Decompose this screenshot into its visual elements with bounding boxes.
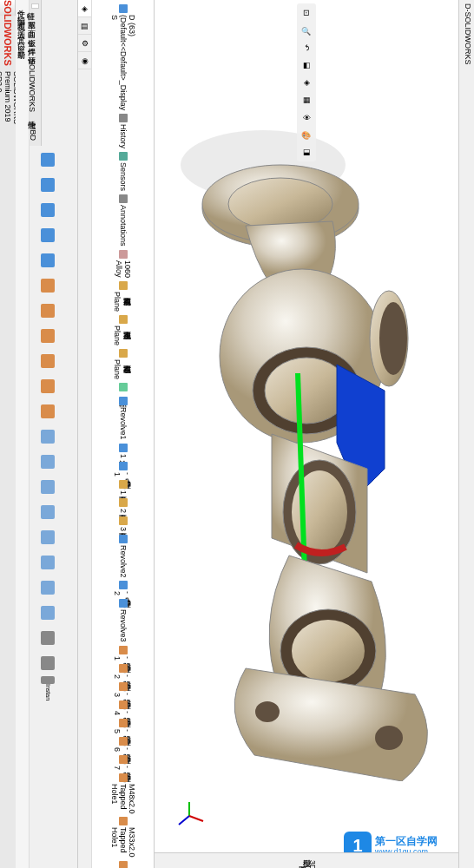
tool-9[interactable]: 放样切除 xyxy=(31,374,64,398)
tool-16[interactable]: 包覆 xyxy=(31,550,64,575)
title-bar: SOLIDWORKS SOLIDWORKS Premium 2019 SP3.0 xyxy=(0,0,16,16)
display-style-icon[interactable]: ▦ xyxy=(299,92,314,108)
tree-item[interactable]: 切除-拉伸6 xyxy=(95,736,150,753)
watermark-title: 第一区自学网 xyxy=(375,835,438,847)
tab-property-icon[interactable]: ▤ xyxy=(78,17,91,35)
tree-item[interactable]: 右视基准面 Plane xyxy=(95,348,150,380)
tool-12[interactable]: 线性阵列 xyxy=(31,450,64,474)
tool-1[interactable]: 旋转凸台 xyxy=(31,173,64,197)
tab-display-icon[interactable]: ◉ xyxy=(78,52,91,69)
tool-11[interactable]: 圆角 xyxy=(31,424,64,449)
bottom-tabs: 模型 3D 视图 Motion Study 1 自定义 单位 MMGS xyxy=(155,852,458,868)
tool-14[interactable]: 拔模 xyxy=(31,500,64,524)
tree-item[interactable]: 凸台-拉伸1 xyxy=(95,461,150,477)
model-render xyxy=(168,87,445,781)
tab-addins[interactable]: SOLIDWORKS 插件 xyxy=(31,57,39,116)
tool-7[interactable]: 异型孔向导 xyxy=(31,324,64,348)
svg-point-6 xyxy=(379,302,407,375)
tool-10[interactable]: 边界切除 xyxy=(31,399,64,424)
feature-manager: ◈ ▤ ⚙ ◉ D (63) (Default<<Default>_Displa… xyxy=(78,0,155,868)
tool-2[interactable]: 扫描 xyxy=(31,198,64,222)
menu-bar: 文件 编辑 视图 插入 工具 窗口 帮助 xyxy=(16,0,30,868)
tree-item[interactable]: 切除-拉伸1 xyxy=(95,645,150,661)
tree-item[interactable]: 基准面1 xyxy=(95,479,150,496)
tab-weldments[interactable]: 焊件 xyxy=(31,40,39,43)
tool-20[interactable]: 曲线 xyxy=(31,651,64,675)
tree-item[interactable]: 切除-拉伸5 xyxy=(95,718,150,734)
tree-item[interactable]: 基准面3 xyxy=(95,516,150,532)
tree-item[interactable]: M33x2.0 Tapped Hole1 xyxy=(95,816,150,858)
tree-root[interactable]: D (63) (Default<<Default>_Display S xyxy=(95,3,150,111)
tree-item[interactable]: 切除-拉伸3 xyxy=(95,681,150,698)
svg-point-14 xyxy=(375,726,403,750)
hide-show-icon[interactable]: 👁 xyxy=(299,109,314,125)
tool-18[interactable]: 镜向 xyxy=(31,601,64,625)
tree-item[interactable]: Revolve3 xyxy=(95,598,150,643)
tool-17[interactable]: 相交 xyxy=(31,575,64,600)
view-triad[interactable] xyxy=(172,799,207,833)
tool-15[interactable]: 抽壳 xyxy=(31,525,64,549)
graphics-viewport[interactable]: ⊡ 🔍 ↶ ◧ ◈ ▦ 👁 🎨 ⬓ 1 第一区自学网 www.d1qu.com xyxy=(155,0,458,868)
tab-features[interactable]: 特征 xyxy=(31,3,39,9)
tree-item[interactable]: Sensors xyxy=(95,151,150,192)
tool-19[interactable]: 参考几何体 xyxy=(31,626,64,650)
tree-item[interactable]: 原点 xyxy=(95,382,150,394)
feature-tree[interactable]: D (63) (Default<<Default>_Display S Hist… xyxy=(92,0,154,868)
tab-config-icon[interactable]: ⚙ xyxy=(78,35,91,52)
tab-tree-icon[interactable]: ◈ xyxy=(78,0,91,17)
tree-item[interactable]: M48x2.0 Tapped Hole1 xyxy=(95,773,150,815)
tree-item[interactable]: M48x2.0 Tapped Hole2 xyxy=(95,860,150,868)
edit-appearance-icon[interactable]: 🎨 xyxy=(299,127,314,142)
tool-4[interactable]: 边界凸台 xyxy=(31,248,64,273)
heads-up-toolbar: ⊡ 🔍 ↶ ◧ ◈ ▦ 👁 🎨 ⬓ xyxy=(297,3,316,161)
tab-sketch[interactable]: 草图 xyxy=(31,14,39,17)
view-orientation-icon[interactable]: ◈ xyxy=(299,75,314,90)
tree-item[interactable]: 上视基准面 Plane xyxy=(95,314,150,346)
svg-point-13 xyxy=(292,620,365,682)
apply-scene-icon[interactable]: ⬓ xyxy=(299,144,314,160)
tree-item[interactable]: 凸台-拉伸2 xyxy=(95,580,150,596)
tool-0[interactable]: 拉伸凸台 xyxy=(31,148,64,172)
ribbon-tools: 拉伸凸台旋转凸台扫描放样凸台边界凸台拉伸切除旋转切除异型孔向导扫描切除放样切除边… xyxy=(30,146,77,868)
svg-line-17 xyxy=(189,816,203,821)
tool-21[interactable]: Instant3D xyxy=(31,676,64,700)
tree-item[interactable]: 1060 Alloy xyxy=(95,249,150,279)
tool-8[interactable]: 扫描切除 xyxy=(31,349,64,373)
ribbon-tabs: 特征 草图 曲面 钣金 焊件 评估 SOLIDWORKS 插件 MBD xyxy=(30,0,42,146)
app-logo: SOLIDWORKS xyxy=(3,0,13,66)
task-pane-label[interactable]: D-SOLIDWORKS xyxy=(461,3,472,65)
tree-item[interactable]: 基准面2 xyxy=(95,497,150,514)
tree-item[interactable]: History xyxy=(95,113,150,149)
svg-point-15 xyxy=(255,701,280,722)
tab-surface[interactable]: 曲面 xyxy=(31,23,39,26)
tab-3dview[interactable]: 3D 视图 xyxy=(297,860,317,868)
zoom-area-icon[interactable]: 🔍 xyxy=(299,23,314,38)
tree-item[interactable]: 切除-拉伸4 xyxy=(95,700,150,716)
tool-5[interactable]: 拉伸切除 xyxy=(31,273,64,298)
tree-item[interactable]: Annotations xyxy=(95,194,150,247)
section-view-icon[interactable]: ◧ xyxy=(299,57,314,73)
ribbon: 特征 草图 曲面 钣金 焊件 评估 SOLIDWORKS 插件 MBD 拉伸凸台… xyxy=(30,0,78,868)
tool-6[interactable]: 旋转切除 xyxy=(31,299,64,323)
tab-evaluate[interactable]: 评估 xyxy=(31,49,39,52)
tree-item[interactable]: 旋转1 xyxy=(95,443,150,459)
tab-sheetmetal[interactable]: 钣金 xyxy=(31,31,39,35)
zoom-fit-icon[interactable]: ⊡ xyxy=(299,5,314,21)
tree-item[interactable]: 切除-拉伸2 xyxy=(95,663,150,680)
task-pane: D-SOLIDWORKS xyxy=(458,0,474,868)
tree-item[interactable]: Revolve1 xyxy=(95,396,150,441)
feature-tabs: ◈ ▤ ⚙ ◉ xyxy=(78,0,92,868)
tree-item[interactable]: 切除-拉伸7 xyxy=(95,754,150,771)
tool-3[interactable]: 放样凸台 xyxy=(31,223,64,247)
previous-view-icon[interactable]: ↶ xyxy=(299,40,314,56)
svg-point-8 xyxy=(265,358,348,424)
tool-13[interactable]: 筋 xyxy=(31,475,64,499)
tree-item[interactable]: 前视基准面 Plane xyxy=(95,280,150,312)
tree-item[interactable]: Revolve2 xyxy=(95,534,150,579)
svg-line-18 xyxy=(179,816,189,825)
tab-mbd[interactable]: MBD xyxy=(31,122,39,142)
